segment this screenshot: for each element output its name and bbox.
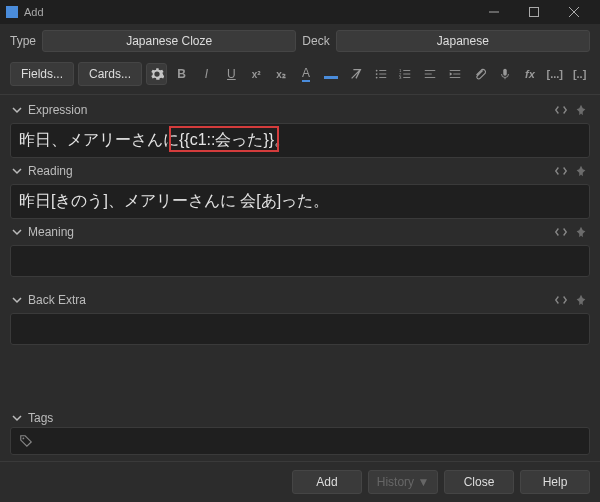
tags-section: Tags (10, 409, 590, 455)
subscript-button[interactable]: x₂ (271, 63, 292, 85)
reading-value: 昨日[きのう]、メアリーさんに 会[あ]った。 (19, 192, 329, 209)
pin-icon[interactable] (574, 225, 588, 239)
close-window-button[interactable] (554, 0, 594, 24)
history-button[interactable]: History ▼ (368, 470, 438, 494)
ordered-list-button[interactable]: 123 (395, 63, 416, 85)
svg-point-7 (375, 77, 377, 79)
svg-rect-0 (6, 6, 18, 18)
deck-label: Deck (302, 34, 329, 48)
meaning-label: Meaning (28, 225, 74, 239)
cards-button[interactable]: Cards... (78, 62, 142, 86)
add-button[interactable]: Add (292, 470, 362, 494)
back-extra-input[interactable] (10, 313, 590, 345)
minimize-button[interactable] (474, 0, 514, 24)
italic-button[interactable]: I (196, 63, 217, 85)
equation-button[interactable]: fx (519, 63, 540, 85)
type-deck-bar: Type Japanese Cloze Deck Japanese (0, 24, 600, 58)
record-audio-button[interactable] (495, 63, 516, 85)
maximize-button[interactable] (514, 0, 554, 24)
superscript-button[interactable]: x² (246, 63, 267, 85)
deck-select[interactable]: Japanese (336, 30, 590, 52)
html-toggle-icon[interactable] (554, 293, 568, 307)
expression-value: 昨日、メアリーさんに{{c1::会った}}。 (19, 131, 290, 148)
html-toggle-icon[interactable] (554, 225, 568, 239)
title-bar: Add (0, 0, 600, 24)
tags-input[interactable] (10, 427, 590, 455)
tags-header[interactable]: Tags (10, 409, 590, 427)
expression-input[interactable]: 昨日、メアリーさんに{{c1::会った}}。 (10, 123, 590, 158)
meaning-input[interactable] (10, 245, 590, 277)
svg-point-6 (375, 73, 377, 75)
svg-point-5 (375, 70, 377, 72)
reading-input[interactable]: 昨日[きのう]、メアリーさんに 会[あ]った。 (10, 184, 590, 219)
close-button[interactable]: Close (444, 470, 514, 494)
type-label: Type (10, 34, 36, 48)
help-button[interactable]: Help (520, 470, 590, 494)
chevron-down-icon (12, 166, 22, 176)
chevron-down-icon (12, 105, 22, 115)
cloze-button[interactable]: [...] (544, 63, 565, 85)
chevron-down-icon (12, 413, 22, 423)
text-color-button[interactable]: A (296, 63, 317, 85)
back-extra-label: Back Extra (28, 293, 86, 307)
attachment-button[interactable] (470, 63, 491, 85)
options-button[interactable] (146, 63, 167, 85)
svg-rect-2 (530, 8, 539, 17)
svg-point-24 (23, 438, 25, 440)
svg-text:3: 3 (399, 75, 402, 80)
reading-header[interactable]: Reading (10, 162, 590, 180)
meaning-header[interactable]: Meaning (10, 223, 590, 241)
editor-toolbar: Fields... Cards... B I U x² x₂ A 123 fx … (0, 58, 600, 95)
tags-label: Tags (28, 411, 53, 425)
pin-icon[interactable] (574, 293, 588, 307)
bold-button[interactable]: B (171, 63, 192, 85)
bottom-bar: Add History ▼ Close Help (0, 461, 600, 502)
expression-header[interactable]: Expression (10, 101, 590, 119)
expression-label: Expression (28, 103, 87, 117)
clear-formatting-button[interactable] (345, 63, 366, 85)
indent-button[interactable] (445, 63, 466, 85)
fields-area: Expression 昨日、メアリーさんに{{c1::会った}}。 Readin… (0, 95, 600, 461)
cloze-same-button[interactable]: [..] (569, 63, 590, 85)
html-toggle-icon[interactable] (554, 103, 568, 117)
underline-button[interactable]: U (221, 63, 242, 85)
tag-icon (19, 434, 33, 448)
app-icon (6, 6, 18, 18)
type-select[interactable]: Japanese Cloze (42, 30, 296, 52)
highlight-color-button[interactable] (320, 63, 341, 85)
chevron-down-icon (12, 227, 22, 237)
pin-icon[interactable] (574, 103, 588, 117)
pin-icon[interactable] (574, 164, 588, 178)
alignment-button[interactable] (420, 63, 441, 85)
fields-button[interactable]: Fields... (10, 62, 74, 86)
reading-label: Reading (28, 164, 73, 178)
window-title: Add (24, 6, 44, 18)
back-extra-header[interactable]: Back Extra (10, 291, 590, 309)
svg-rect-23 (503, 69, 507, 76)
html-toggle-icon[interactable] (554, 164, 568, 178)
chevron-down-icon (12, 295, 22, 305)
unordered-list-button[interactable] (370, 63, 391, 85)
